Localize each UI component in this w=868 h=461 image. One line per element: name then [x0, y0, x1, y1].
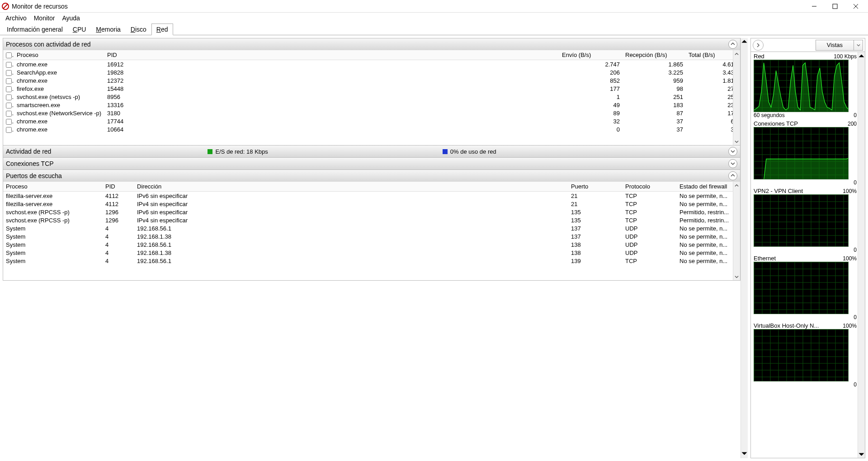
row-checkbox[interactable] [6, 86, 12, 92]
expand-activity-button[interactable] [728, 147, 737, 156]
table-row[interactable]: firefox.exe1544817798276 [3, 85, 740, 93]
cell-direccion: IPv4 sin especificar [134, 216, 568, 224]
pcol-protocolo[interactable]: Protocolo [623, 182, 677, 192]
cell-pid: 13316 [104, 101, 159, 109]
graph-title: VPN2 - VPN Client [754, 188, 803, 194]
views-dropdown-icon[interactable] [854, 40, 863, 50]
tab-3[interactable]: Disco [126, 24, 151, 35]
collapse-ports-button[interactable] [728, 171, 737, 180]
table-row[interactable]: chrome.exe17744323769 [3, 118, 740, 126]
ports-scrollbar[interactable] [733, 182, 740, 280]
cell-puerto: 135 [568, 208, 623, 216]
panel-tcp-header[interactable]: Conexiones TCP [3, 158, 740, 169]
pcol-firewall[interactable]: Estado del firewall [677, 182, 740, 192]
cell-puerto: 138 [568, 249, 623, 257]
tab-1[interactable]: CPU [68, 24, 91, 35]
sidebar-scrollbar[interactable] [858, 52, 865, 458]
graph-foot-left: 60 segundos [754, 112, 785, 118]
tab-0[interactable]: Información general [2, 24, 68, 35]
table-row[interactable]: System4192.168.1.38138UDPNo se permite, … [3, 249, 740, 257]
scroll-down-icon[interactable] [733, 138, 740, 145]
expand-tcp-button[interactable] [728, 159, 737, 168]
pcol-pid[interactable]: PID [103, 182, 134, 192]
panel-processes-header[interactable]: Procesos con actividad de red [3, 38, 740, 50]
panel-tcp: Conexiones TCP [3, 157, 741, 170]
table-row[interactable]: filezilla-server.exe4112IPv4 sin especif… [3, 200, 740, 208]
scroll-up-icon[interactable] [733, 50, 740, 57]
table-row[interactable]: filezilla-server.exe4112IPv6 sin especif… [3, 192, 740, 200]
table-row[interactable]: System4192.168.1.38137UDPNo se permite, … [3, 232, 740, 240]
table-row[interactable]: chrome.exe1066403737 [3, 126, 740, 134]
scroll-down-icon[interactable] [858, 451, 865, 458]
scroll-up-icon[interactable] [733, 182, 740, 189]
pcol-puerto[interactable]: Puerto [568, 182, 623, 192]
table-row[interactable]: svchost.exe (RPCSS -p)1296IPv6 sin espec… [3, 208, 740, 216]
scroll-down-icon[interactable] [733, 273, 740, 280]
table-row[interactable]: smartscreen.exe1331649183232 [3, 101, 740, 109]
pcol-direccion[interactable]: Dirección [134, 182, 568, 192]
panel-activity-header[interactable]: Actividad de red E/S de red: 18 Kbps 0% … [3, 146, 740, 157]
cell-recepcion: 1.865 [623, 60, 686, 69]
row-checkbox[interactable] [6, 62, 12, 68]
row-checkbox[interactable] [6, 119, 12, 125]
left-outer-scrollbar[interactable] [741, 38, 748, 458]
cell-direccion: IPv4 sin especificar [134, 200, 568, 208]
swatch-green-icon [208, 149, 212, 154]
row-checkbox[interactable] [6, 70, 12, 76]
table-row[interactable]: System4192.168.56.1139TCPNo se permite, … [3, 257, 740, 265]
processes-scrollbar[interactable] [733, 50, 740, 145]
row-checkbox[interactable] [6, 78, 12, 84]
row-checkbox[interactable] [6, 103, 12, 108]
sidebar-nav-button[interactable] [753, 40, 764, 51]
cell-protocolo: TCP [623, 208, 677, 216]
table-row[interactable]: System4192.168.56.1138UDPNo se permite, … [3, 240, 740, 249]
row-checkbox[interactable] [6, 127, 12, 133]
views-button[interactable]: Vistas [816, 40, 863, 51]
activity-metric-usage: 0% de uso de red [443, 148, 496, 155]
table-row[interactable]: SearchApp.exe198282063.2253.431 [3, 68, 740, 76]
col-proceso[interactable]: Proceso [14, 50, 104, 60]
row-checkbox[interactable] [6, 111, 12, 117]
col-recepcion[interactable]: Recepción (B/s) [623, 50, 686, 60]
cell-pid: 4 [103, 224, 134, 232]
processes-select-all[interactable] [6, 52, 12, 58]
row-checkbox[interactable] [6, 94, 12, 100]
collapse-processes-button[interactable] [728, 40, 737, 49]
menu-archivo[interactable]: Archivo [2, 13, 30, 23]
scroll-up-icon[interactable] [858, 52, 865, 59]
close-button[interactable] [845, 0, 866, 13]
table-row[interactable]: System4192.168.56.1137UDPNo se permite, … [3, 224, 740, 232]
graph-3: Ethernet100%0 [754, 254, 857, 321]
pcol-proceso[interactable]: Proceso [3, 182, 103, 192]
cell-envio: 49 [559, 101, 623, 109]
graph-canvas [754, 262, 849, 314]
table-row[interactable]: svchost.exe (RPCSS -p)1296IPv4 sin espec… [3, 216, 740, 224]
menu-ayuda[interactable]: Ayuda [58, 13, 83, 23]
scroll-up-icon[interactable] [741, 38, 748, 46]
col-pid[interactable]: PID [104, 50, 159, 60]
ports-header-row[interactable]: Proceso PID Dirección Puerto Protocolo E… [3, 182, 740, 192]
scroll-down-icon[interactable] [741, 450, 748, 458]
maximize-button[interactable] [825, 0, 845, 13]
graph-foot-right: 0 [854, 314, 857, 320]
app-icon [2, 3, 9, 10]
cell-proceso: chrome.exe [14, 76, 104, 85]
col-total[interactable]: Total (B/s) [686, 50, 740, 60]
graph-1: Conexiones TCP2000 [754, 119, 857, 187]
table-row[interactable]: chrome.exe123728529591.810 [3, 76, 740, 85]
cell-protocolo: TCP [623, 192, 677, 200]
panel-ports-header[interactable]: Puertos de escucha [3, 170, 740, 182]
cell-pid: 12372 [104, 76, 159, 85]
table-row[interactable]: svchost.exe (netsvcs -p)89561251252 [3, 93, 740, 101]
cell-recepcion: 98 [623, 85, 686, 93]
menu-monitor[interactable]: Monitor [30, 13, 59, 23]
cell-protocolo: UDP [623, 224, 677, 232]
tab-4[interactable]: Red [151, 24, 173, 35]
tab-2[interactable]: Memoria [91, 24, 125, 35]
col-envio[interactable]: Envío (B/s) [559, 50, 623, 60]
processes-header-row[interactable]: Proceso PID Envío (B/s) Recepción (B/s) … [3, 50, 740, 60]
minimize-button[interactable] [804, 0, 825, 13]
graph-max: 100% [843, 188, 857, 194]
table-row[interactable]: chrome.exe169122.7471.8654.612 [3, 60, 740, 69]
table-row[interactable]: svchost.exe (NetworkService -p)318089871… [3, 109, 740, 117]
